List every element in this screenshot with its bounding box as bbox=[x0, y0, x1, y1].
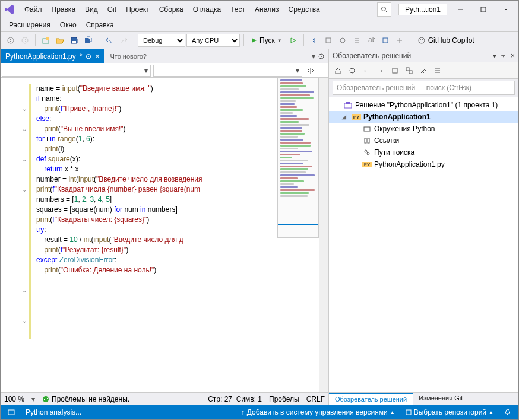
line-col[interactable]: Стр: 27 Симв: 1 bbox=[208, 395, 262, 403]
tree-references[interactable]: Ссылки bbox=[329, 135, 518, 147]
menu-Расширения[interactable]: Расширения bbox=[4, 18, 55, 31]
menu-Окно[interactable]: Окно bbox=[55, 18, 81, 31]
fold-toggle[interactable]: ⌄ bbox=[21, 186, 28, 193]
nav-member-combo[interactable]: ▾ bbox=[153, 65, 302, 77]
back-button[interactable]: ← bbox=[360, 64, 373, 77]
menu-Тест[interactable]: Тест bbox=[226, 3, 250, 16]
title-bar: ФайлПравкаВидGitПроектСборкаОтладкаТестА… bbox=[1, 1, 518, 18]
save-button[interactable] bbox=[68, 34, 81, 47]
output-icon[interactable] bbox=[5, 409, 17, 416]
platform-select[interactable]: Any CPU bbox=[186, 34, 240, 47]
menu-Сборка[interactable]: Сборка bbox=[154, 3, 188, 16]
expand-icon[interactable]: ◢ bbox=[342, 114, 349, 120]
python-project-icon: PY bbox=[352, 114, 361, 120]
solution-panel-tabs: Обозреватель решений Изменения Git bbox=[329, 392, 518, 405]
run-button[interactable]: Пуск ▼ bbox=[248, 34, 286, 47]
pin-icon[interactable]: ⊙ bbox=[86, 52, 91, 61]
svg-point-19 bbox=[420, 39, 421, 40]
menu-Правка[interactable]: Правка bbox=[47, 3, 81, 16]
misc-button-1[interactable] bbox=[322, 34, 335, 47]
redo-button[interactable] bbox=[117, 34, 130, 47]
tab-git-changes[interactable]: Изменения Git bbox=[413, 393, 469, 405]
minimap[interactable] bbox=[277, 78, 319, 238]
svg-rect-3 bbox=[481, 7, 486, 12]
nav-fwd-button[interactable] bbox=[18, 34, 31, 47]
indent-mode[interactable]: Пробелы bbox=[269, 395, 299, 403]
maximize-button[interactable] bbox=[474, 2, 492, 17]
tab-solution-explorer[interactable]: Обозреватель решений bbox=[329, 393, 413, 405]
task-status[interactable]: Python analysis... bbox=[23, 408, 84, 416]
python-file-icon: PY bbox=[362, 162, 372, 167]
svg-rect-40 bbox=[8, 410, 14, 415]
svg-rect-17 bbox=[383, 38, 388, 43]
menu-Проект[interactable]: Проект bbox=[121, 3, 154, 16]
menu-Вид[interactable]: Вид bbox=[80, 3, 103, 16]
misc-button-6[interactable] bbox=[393, 34, 406, 47]
tree-file-py[interactable]: PY PythonApplication1.py bbox=[329, 158, 518, 170]
run-no-debug-button[interactable] bbox=[287, 34, 300, 47]
config-select[interactable]: Debug bbox=[138, 34, 185, 47]
open-button[interactable] bbox=[53, 34, 67, 47]
panel-pin-icon[interactable]: ⫟ bbox=[500, 52, 507, 60]
show-all-button[interactable] bbox=[388, 64, 401, 77]
split-editor-button[interactable] bbox=[303, 63, 318, 77]
file-tab-active[interactable]: PythonApplication1.py* ⊙ × bbox=[1, 49, 104, 63]
vs-logo-icon bbox=[4, 4, 15, 15]
misc-button-5[interactable] bbox=[379, 34, 392, 47]
svg-rect-32 bbox=[344, 103, 352, 108]
minimize-button[interactable] bbox=[452, 2, 470, 17]
step-button[interactable] bbox=[308, 34, 321, 47]
tab-overflow-icon[interactable]: ▾ bbox=[312, 52, 315, 61]
nav-back-button[interactable] bbox=[4, 34, 17, 47]
tree-solution-root[interactable]: Решение "PythonApplication1" (1 проекта … bbox=[329, 99, 518, 111]
svg-rect-26 bbox=[393, 68, 397, 73]
notifications-icon[interactable] bbox=[502, 409, 514, 416]
menu-Файл[interactable]: Файл bbox=[20, 3, 47, 16]
misc-button-2[interactable] bbox=[336, 34, 349, 47]
menu-Git[interactable]: Git bbox=[103, 3, 121, 16]
eol-mode[interactable]: CRLF bbox=[306, 395, 325, 403]
whats-new-tab[interactable]: Что нового? bbox=[104, 49, 152, 63]
save-all-button[interactable] bbox=[82, 34, 95, 47]
menu-Отладка[interactable]: Отладка bbox=[188, 3, 226, 16]
menu-Справка[interactable]: Справка bbox=[81, 18, 119, 31]
svg-point-12 bbox=[340, 38, 345, 43]
fold-toggle[interactable]: ⌄ bbox=[21, 287, 28, 294]
tree-search-paths[interactable]: Пути поиска bbox=[329, 147, 518, 158]
fold-toggle[interactable]: ⌄ bbox=[21, 105, 28, 112]
fwd-button[interactable]: → bbox=[374, 64, 387, 77]
tree-project[interactable]: ◢ PY PythonApplication1 bbox=[329, 111, 518, 123]
close-tab-icon[interactable]: × bbox=[95, 52, 99, 61]
undo-button[interactable] bbox=[103, 34, 116, 47]
misc-button-3[interactable] bbox=[350, 34, 363, 47]
solution-search[interactable]: Обозреватель решений — поиск (Ctrl+ж) bbox=[333, 81, 515, 95]
preview-button[interactable] bbox=[431, 64, 444, 77]
code-editor[interactable]: name = input("Введите ваше имя: ")if nam… bbox=[1, 78, 328, 392]
tree-environments[interactable]: Окружения Python bbox=[329, 123, 518, 135]
close-button[interactable] bbox=[497, 2, 515, 17]
misc-button-4[interactable]: abc bbox=[365, 34, 378, 47]
add-source-control[interactable]: ↑Добавить в систему управления версиями▲ bbox=[239, 408, 397, 416]
search-button[interactable] bbox=[377, 2, 391, 17]
vertical-scrollbar[interactable] bbox=[319, 78, 328, 392]
menu-Средства[interactable]: Средства bbox=[284, 3, 325, 16]
solution-name-tab[interactable]: Pyth...tion1 bbox=[398, 4, 447, 15]
zoom-level[interactable]: 100 % bbox=[4, 395, 24, 403]
panel-dropdown-icon[interactable]: ▾ bbox=[493, 52, 496, 60]
problems-status[interactable]: Проблемы не найдены. bbox=[42, 395, 129, 403]
select-repo[interactable]: Выбрать репозиторий▲ bbox=[403, 408, 496, 416]
sync-button[interactable] bbox=[346, 64, 359, 77]
fold-toggle[interactable]: ⌄ bbox=[21, 125, 28, 132]
menu-Анализ[interactable]: Анализ bbox=[250, 3, 284, 16]
home-button[interactable] bbox=[331, 64, 344, 77]
collapse-button[interactable] bbox=[403, 64, 416, 77]
copilot-button[interactable]: GitHub Copilot bbox=[414, 34, 478, 47]
nav-scope-combo[interactable]: ▾ bbox=[2, 65, 151, 77]
tab-settings-icon[interactable] bbox=[318, 53, 325, 60]
fold-toggle[interactable]: ⌄ bbox=[21, 155, 28, 163]
properties-button[interactable] bbox=[417, 64, 430, 77]
misc-editor-button[interactable]: — bbox=[318, 63, 328, 77]
new-project-button[interactable] bbox=[39, 34, 52, 47]
fold-toggle[interactable]: ⌄ bbox=[21, 317, 28, 324]
panel-close-icon[interactable]: × bbox=[511, 52, 515, 60]
